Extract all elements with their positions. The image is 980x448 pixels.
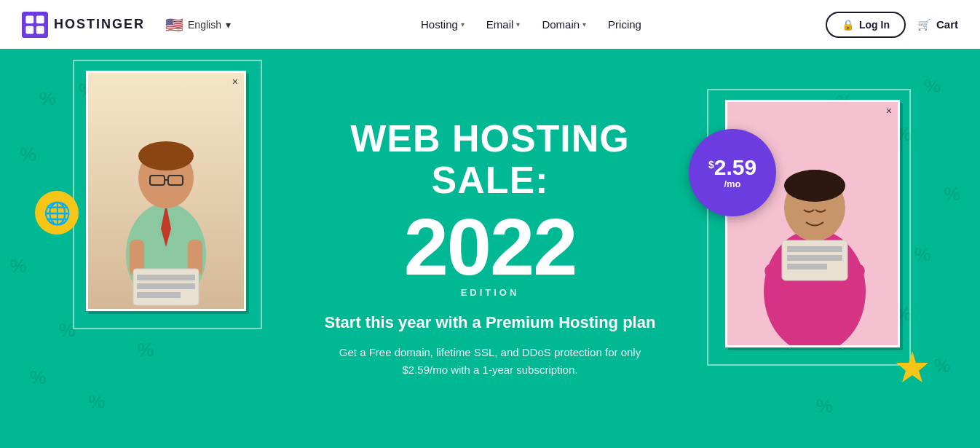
hero-year: 2022 [325,207,656,287]
person-left-illustration [100,94,232,309]
left-photo-frame [86,71,246,311]
nav-hosting[interactable]: Hosting ▾ [421,18,465,31]
hero-subtitle: Start this year with a Premium Hosting p… [325,313,656,334]
lang-chevron-icon: ▾ [226,19,231,31]
svg-point-8 [138,141,194,170]
nav-pricing[interactable]: Pricing [608,18,641,31]
nav-hosting-label: Hosting [421,18,458,31]
svg-rect-17 [137,292,181,298]
email-chevron-icon: ▾ [516,20,520,28]
language-label: English [188,19,221,31]
price-value: 2.59 [714,157,756,178]
domain-chevron-icon: ▾ [582,20,586,28]
edition-label: EDITION [325,287,656,298]
svg-rect-28 [787,255,842,261]
cart-button[interactable]: 🛒 Cart [917,18,958,31]
nav-domain[interactable]: Domain ▾ [542,18,586,31]
star-decoration [894,350,930,393]
hero-content: WEB HOSTING SALE: 2022 EDITION Start thi… [325,118,656,379]
hero-title: WEB HOSTING SALE: [325,118,656,201]
login-button[interactable]: 🔒 Log In [826,12,906,38]
navbar-nav: Hosting ▾ Email ▾ Domain ▾ Pricing [421,18,641,31]
cart-icon: 🛒 [917,18,931,31]
login-label: Log In [859,19,890,31]
svg-rect-2 [36,15,44,23]
svg-rect-4 [36,25,44,34]
svg-rect-1 [25,15,33,23]
svg-rect-15 [137,275,195,280]
price-badge: $ 2.59 /mo [689,129,776,216]
svg-rect-29 [787,264,827,270]
hero-section: % % % % % % % % % % % % % % % % % % % % … [0,49,980,448]
svg-rect-3 [25,25,33,34]
price-currency: $ [708,160,714,170]
logo-text: HOSTINGER [54,17,145,32]
navbar-left: HOSTINGER 🇺🇸 English ▾ [22,12,237,38]
lock-icon: 🔒 [842,19,854,31]
hosting-chevron-icon: ▾ [461,20,465,28]
price-amount: $ 2.59 [708,157,756,178]
cart-label: Cart [936,18,958,31]
nav-domain-label: Domain [542,18,580,31]
logo-icon [22,12,48,38]
language-selector[interactable]: 🇺🇸 English ▾ [159,13,237,36]
flag-icon: 🇺🇸 [165,16,183,34]
price-period: /mo [724,178,740,189]
svg-rect-27 [787,246,842,252]
hero-description: Get a Free domain, lifetime SSL, and DDo… [333,344,647,379]
svg-rect-0 [22,12,48,38]
navbar: HOSTINGER 🇺🇸 English ▾ Hosting ▾ Email ▾… [0,0,980,49]
navbar-right: 🔒 Log In 🛒 Cart [826,12,958,38]
svg-marker-30 [896,351,928,382]
globe-decoration: 🌐 [35,191,79,235]
nav-pricing-label: Pricing [608,18,641,31]
logo[interactable]: HOSTINGER [22,12,145,38]
svg-point-23 [793,170,837,192]
nav-email-label: Email [486,18,514,31]
svg-rect-16 [137,283,195,289]
nav-email[interactable]: Email ▾ [486,18,521,31]
